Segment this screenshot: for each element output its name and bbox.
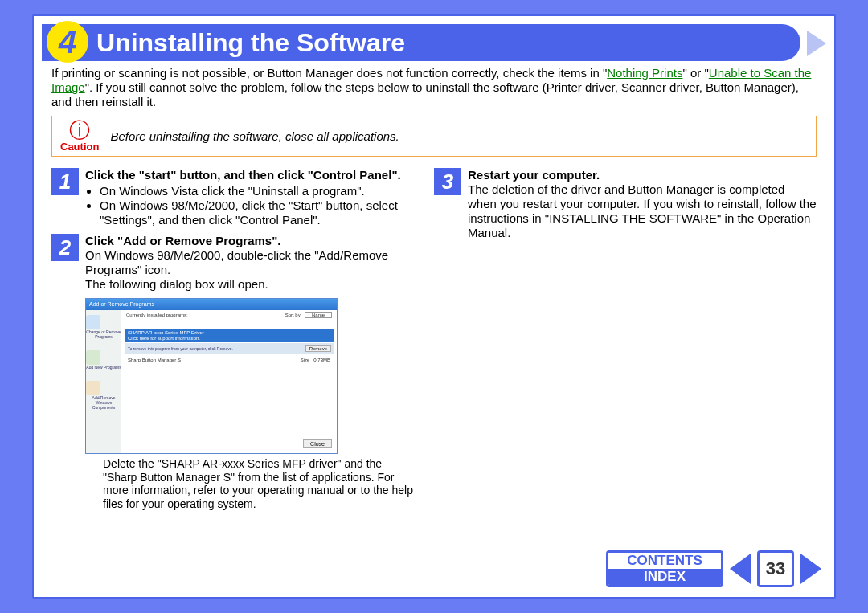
remove-hint-row: To remove this program from your compute… [125, 343, 334, 354]
step-1: 1 Click the "start" button, and then cli… [51, 168, 434, 227]
intro-text: " or " [682, 66, 708, 80]
prev-page-button[interactable] [728, 550, 752, 587]
windows-components-icon [86, 381, 100, 395]
dialog-close-button: Close [303, 439, 332, 448]
size-label: Size [301, 358, 310, 362]
delete-instruction-note: Delete the "SHARP AR-xxxx Series MFP dri… [103, 457, 416, 510]
step-number-badge: 3 [434, 168, 461, 195]
sidebar-label: Add New Programs [86, 365, 121, 370]
bottom-navigation: CONTENTS INDEX 33 [606, 550, 823, 587]
page-container: 4 Uninstalling the Software If printing … [32, 14, 836, 599]
caution-label: Caution [60, 141, 99, 153]
intro-text: ". If you still cannot solve the problem… [51, 80, 799, 108]
bullet: On Windows Vista click the "Uninstall a … [100, 184, 434, 198]
arrow-right-icon [800, 554, 821, 584]
caution-box: ⓘ Caution Before uninstalling the softwa… [51, 116, 817, 157]
step-number-badge: 2 [51, 234, 79, 261]
intro-paragraph: If printing or scanning is not possible,… [51, 66, 817, 109]
sort-by-select: Name [305, 312, 332, 318]
section-title: Uninstalling the Software [96, 28, 405, 58]
step-bullets: On Windows Vista click the "Uninstall a … [88, 184, 434, 227]
dialog-title-text: Add or Remove Programs [89, 301, 154, 307]
steps-columns: 1 Click the "start" button, and then cli… [51, 168, 817, 510]
support-info-link: Click here for support information. [128, 336, 330, 341]
change-remove-programs-icon [86, 315, 100, 329]
step-body: Restart your computer. The deletion of t… [468, 168, 817, 240]
caution-icon: ⓘ [69, 120, 90, 141]
program-row: Sharp Button Manager S Size 0.73MB [128, 358, 330, 362]
dialog-main: Currently installed programs: Sort by: N… [121, 310, 337, 453]
right-column: 3 Restart your computer. The deletion of… [434, 168, 817, 510]
add-new-programs-icon [86, 350, 100, 365]
step-line: On Windows 98/Me/2000, double-click the … [85, 248, 388, 276]
section-number-badge: 4 [47, 21, 88, 63]
step-line: The deletion of the driver and Button Ma… [468, 182, 817, 239]
step-title: Click "Add or Remove Programs". [85, 234, 280, 247]
step-3: 3 Restart your computer. The deletion of… [434, 168, 817, 240]
step-2: 2 Click "Add or Remove Programs". On Win… [51, 234, 434, 292]
step-title: Restart your computer. [468, 168, 600, 182]
step-title: Click the "start" button, and then click… [85, 168, 401, 182]
currently-installed-label: Currently installed programs: [126, 313, 188, 317]
caution-badge: ⓘ Caution [60, 120, 99, 153]
next-page-button[interactable] [799, 550, 823, 587]
arrow-left-icon [730, 554, 751, 584]
step-line: The following dialog box will open. [85, 277, 268, 291]
selected-program-name: SHARP AR-xxxx Series MFP Driver [128, 330, 204, 335]
size-value: 0.73MB [313, 358, 330, 362]
contents-index-box: CONTENTS INDEX [606, 550, 723, 587]
remove-hint-text: To remove this program from your compute… [125, 346, 305, 351]
step-body: Click "Add or Remove Programs". On Windo… [85, 234, 434, 292]
contents-link[interactable]: CONTENTS [608, 553, 721, 569]
section-header: 4 Uninstalling the Software [42, 24, 800, 61]
remove-button: Remove [305, 345, 331, 352]
selected-program-row: SHARP AR-xxxx Series MFP Driver Click he… [125, 329, 334, 342]
next-section-arrow-icon[interactable] [807, 31, 826, 56]
caution-text: Before uninstalling the software, close … [110, 129, 399, 143]
intro-text: If printing or scanning is not possible,… [51, 66, 607, 80]
page-number: 33 [757, 550, 794, 587]
sidebar-label: Change or Remove Programs [86, 329, 121, 339]
sort-by-label: Sort by: [285, 313, 302, 317]
sidebar-label: Add/Remove Windows Components [86, 395, 121, 410]
left-column: 1 Click the "start" button, and then cli… [51, 168, 434, 510]
step-body: Click the "start" button, and then click… [85, 168, 434, 227]
step-number-badge: 1 [51, 168, 79, 195]
dialog-titlebar: Add or Remove Programs [86, 299, 337, 310]
add-remove-programs-dialog: Add or Remove Programs Change or Remove … [85, 298, 338, 454]
nothing-prints-link[interactable]: Nothing Prints [607, 66, 682, 80]
program-name: Sharp Button Manager S [128, 358, 181, 362]
index-link[interactable]: INDEX [608, 569, 721, 585]
bullet: On Windows 98/Me/2000, click the "Start"… [100, 198, 434, 227]
dialog-sidebar: Change or Remove Programs Add New Progra… [86, 310, 121, 453]
